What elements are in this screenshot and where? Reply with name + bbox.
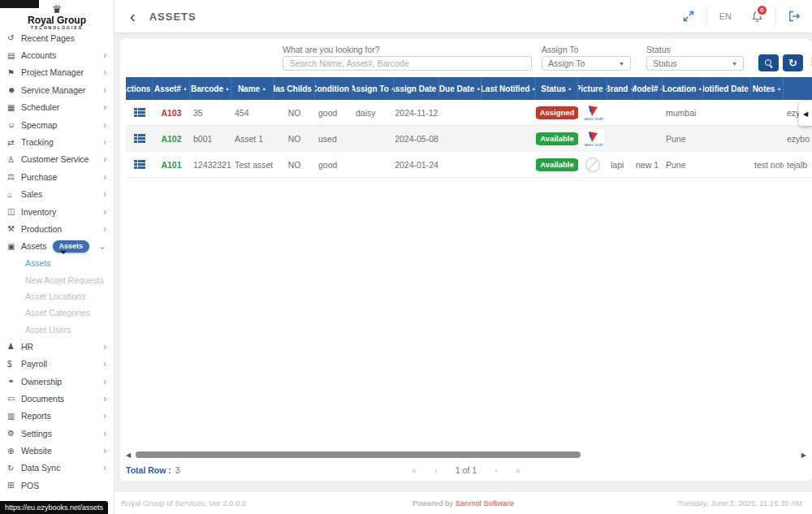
sidebar-item-hr[interactable]: ♟ HR ›	[0, 338, 114, 355]
asset-number-link[interactable]: A102	[161, 134, 181, 144]
column-header-notified-date[interactable]: Notified Date▲	[703, 77, 751, 100]
next-page-icon[interactable]: ›	[495, 465, 498, 475]
sidebar-item-specmap[interactable]: ☺ Specmap ›	[0, 116, 114, 133]
column-header-picture[interactable]: Picture▲	[578, 77, 607, 100]
sidebar-subitem-asset-users[interactable]: Asset Users	[0, 322, 114, 338]
sidebar-item-website[interactable]: ⊕ Website ›	[0, 442, 114, 459]
column-header-asset[interactable]: Asset#▲	[153, 77, 190, 100]
panel-collapse-button[interactable]: ◀	[799, 102, 812, 126]
sidebar-item-purchase[interactable]: ⚖ Purchase ›	[0, 168, 114, 185]
expand-fullscreen-icon[interactable]	[683, 11, 694, 22]
row-actions-button[interactable]	[134, 160, 145, 169]
sidebar-item-ownership[interactable]: ⚭ Ownership ›	[0, 373, 114, 390]
column-header-assign-to[interactable]: Assign To▲	[352, 77, 394, 100]
cell-name: Asset 1	[231, 134, 274, 144]
inventory-icon: ◫	[7, 207, 21, 216]
chevron-right-icon: ›	[103, 378, 106, 386]
sidebar-item-documents[interactable]: ▭ Documents ›	[0, 390, 114, 407]
row-actions-button[interactable]	[134, 108, 145, 117]
column-header-barcode[interactable]: Barcode▲	[190, 77, 231, 100]
sidebar-item-data-sync[interactable]: ↻ Data Sync ›	[0, 460, 114, 477]
sidebar-item-inventory[interactable]: ◫ Inventory ›	[0, 203, 114, 220]
payroll-icon: $	[7, 360, 21, 369]
column-header-location[interactable]: Location▲	[663, 77, 703, 100]
footer: Royal Group of Services, Ver 2.0.0.0 Pow…	[114, 491, 812, 514]
chevron-down-icon: ▼	[619, 61, 624, 67]
sidebar-item-settings[interactable]: ⚙ Settings ›	[0, 425, 114, 442]
sidebar-item-customer-service[interactable]: ♙ Customer Service ›	[0, 151, 114, 168]
topbar: ‹ ASSETS EN 0	[114, 0, 812, 32]
cell-condition: good	[315, 160, 352, 170]
assets-table: Actions▲ Asset#▲ Barcode▲ Name▲ Has Chil…	[126, 77, 812, 178]
column-header-clipped[interactable]	[784, 77, 812, 100]
table-row: A101 1243232166 Test asset 1 NO good 202…	[126, 152, 812, 178]
cell-location: Pune	[663, 160, 703, 170]
sidebar-item-project-manager[interactable]: ⚑ Project Manager ›	[0, 64, 114, 81]
column-header-name[interactable]: Name▲	[231, 77, 274, 100]
horizontal-scrollbar[interactable]: ◀ ▶	[126, 451, 806, 459]
row-actions-button[interactable]	[134, 134, 145, 143]
column-header-notes[interactable]: Notes▲	[751, 77, 784, 100]
column-header-assign-date[interactable]: Assign Date▲	[394, 77, 439, 100]
sidebar-item-accounts[interactable]: ▤ Accounts ›	[0, 46, 114, 63]
scheduler-icon: ▦	[7, 103, 21, 112]
refresh-button[interactable]: ↻	[783, 54, 803, 71]
last-page-icon[interactable]: »	[516, 465, 520, 475]
assign-to-label: Assign To	[542, 45, 578, 54]
column-header-brand[interactable]: Brand▲	[607, 77, 633, 100]
asset-number-link[interactable]: A101	[161, 160, 181, 170]
sidebar-subitem-asset-categories[interactable]: Asset Categories	[0, 305, 114, 321]
scroll-left-icon[interactable]: ◀	[126, 451, 131, 459]
sidebar-item-scheduler[interactable]: ▦ Scheduler ›	[0, 99, 114, 116]
chevron-right-icon: ›	[103, 360, 106, 368]
status-badge: Assigned	[536, 106, 578, 119]
cell-clipped: tejalb	[784, 160, 812, 170]
chevron-right-icon: ›	[103, 103, 106, 111]
sidebar-item-reports[interactable]: ▥ Reports ›	[0, 408, 114, 425]
search-input[interactable]	[283, 56, 532, 71]
chevron-right-icon: ›	[103, 395, 106, 403]
footer-brand-link[interactable]: Sanmol Software	[456, 499, 514, 508]
sidebar-item-recent-pages[interactable]: ↺ Recent Pages	[0, 29, 114, 46]
sidebar-menu: ↺ Recent Pages ▤ Accounts › ⚑ Project Ma…	[0, 29, 114, 495]
column-header-actions[interactable]: Actions▲	[126, 77, 153, 100]
chevron-right-icon: ›	[103, 208, 106, 216]
sort-icon: ▲	[568, 86, 572, 91]
assign-to-dropdown[interactable]: Assign To ▼	[542, 56, 631, 71]
purchase-icon: ⚖	[7, 172, 21, 181]
language-switcher[interactable]: EN	[719, 11, 732, 21]
sidebar-item-tracking[interactable]: ⇄ Tracking ›	[0, 133, 114, 150]
column-header-last-notified[interactable]: Last Notified▲	[482, 77, 536, 100]
status-dropdown[interactable]: Status ▼	[646, 56, 744, 71]
logout-icon[interactable]	[788, 11, 801, 22]
sort-icon: ▲	[776, 86, 781, 91]
sidebar-subitem-assets[interactable]: Assets	[0, 255, 114, 271]
sidebar-item-sales[interactable]: ⌂ Sales ›	[0, 186, 114, 203]
column-header-status[interactable]: Status▲	[536, 77, 578, 100]
notification-bell-icon[interactable]: 0	[751, 10, 763, 23]
column-header-model[interactable]: Model#▲	[633, 77, 663, 100]
column-header-has-childs[interactable]: Has Childs▲	[274, 77, 315, 100]
sidebar-item-service-manager[interactable]: ☻ Service Manager ›	[0, 81, 114, 98]
search-button[interactable]	[758, 54, 779, 71]
sidebar-item-pos[interactable]: ⊞ POS	[0, 477, 114, 494]
assets-tooltip-badge: Assets	[53, 240, 90, 253]
scrollbar-thumb[interactable]	[136, 451, 581, 458]
sort-icon: ▲	[261, 86, 266, 91]
sidebar-item-payroll[interactable]: $ Payroll ›	[0, 355, 114, 372]
sidebar-item-assets[interactable]: ▣ Assets Assets ⌄	[0, 238, 114, 255]
scroll-right-icon[interactable]: ▶	[801, 451, 806, 459]
prev-page-icon[interactable]: ‹	[434, 465, 438, 475]
column-header-condition[interactable]: Condition▲	[315, 77, 352, 100]
sidebar-subitem-new-asset-requests[interactable]: New Asset Requests	[0, 271, 114, 287]
asset-number-link[interactable]: A103	[161, 108, 181, 118]
column-header-due-date[interactable]: Due Date▲	[439, 77, 482, 100]
documents-icon: ▭	[7, 394, 21, 403]
kebab-menu-icon[interactable]: ⋮	[807, 55, 812, 68]
sidebar-subitem-asset-locations[interactable]: Asset Locations	[0, 288, 114, 305]
back-icon[interactable]: ‹	[130, 9, 136, 24]
chevron-right-icon: ›	[103, 155, 106, 163]
first-page-icon[interactable]: «	[412, 465, 417, 475]
cell-assign-date: 2024-11-12	[394, 108, 439, 118]
sidebar-item-production[interactable]: ⚒ Production ›	[0, 220, 114, 237]
